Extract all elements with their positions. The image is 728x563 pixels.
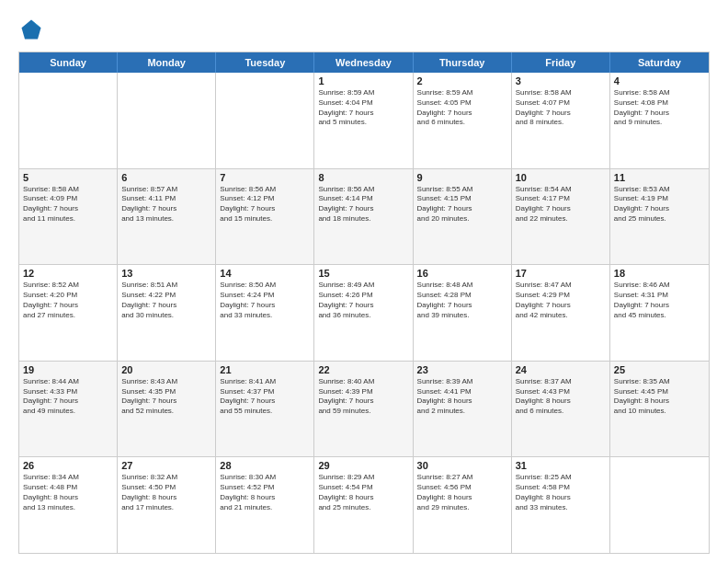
cell-day-number: 6 [121,172,211,183]
cell-day-number: 25 [614,364,705,375]
cell-info-text: Sunrise: 8:37 AM Sunset: 4:43 PM Dayligh… [516,377,606,417]
cal-cell-4-6: 24Sunrise: 8:37 AM Sunset: 4:43 PM Dayli… [512,362,610,457]
page-header [18,17,710,42]
calendar-body: 1Sunrise: 8:59 AM Sunset: 4:04 PM Daylig… [19,73,709,553]
cell-info-text: Sunrise: 8:58 AM Sunset: 4:08 PM Dayligh… [614,88,705,128]
cal-cell-1-4: 1Sunrise: 8:59 AM Sunset: 4:04 PM Daylig… [314,73,413,168]
cell-day-number: 20 [121,364,211,375]
calendar: SundayMondayTuesdayWednesdayThursdayFrid… [18,52,710,554]
logo-icon [18,17,44,42]
cal-week-5: 26Sunrise: 8:34 AM Sunset: 4:48 PM Dayli… [19,456,709,553]
cal-cell-5-1: 26Sunrise: 8:34 AM Sunset: 4:48 PM Dayli… [19,457,118,553]
cal-header-wednesday: Wednesday [314,52,413,73]
cell-info-text: Sunrise: 8:55 AM Sunset: 4:15 PM Dayligh… [417,185,507,224]
cell-day-number: 11 [614,172,705,183]
cell-info-text: Sunrise: 8:40 AM Sunset: 4:39 PM Dayligh… [318,377,408,417]
cell-info-text: Sunrise: 8:56 AM Sunset: 4:12 PM Dayligh… [220,185,310,224]
cal-cell-4-2: 20Sunrise: 8:43 AM Sunset: 4:35 PM Dayli… [118,362,216,457]
cell-info-text: Sunrise: 8:59 AM Sunset: 4:05 PM Dayligh… [417,88,507,128]
cell-info-text: Sunrise: 8:46 AM Sunset: 4:31 PM Dayligh… [614,281,705,320]
cal-cell-5-5: 30Sunrise: 8:27 AM Sunset: 4:56 PM Dayli… [414,457,512,553]
cell-day-number: 24 [516,364,606,375]
cell-info-text: Sunrise: 8:39 AM Sunset: 4:41 PM Dayligh… [417,377,507,417]
cell-info-text: Sunrise: 8:34 AM Sunset: 4:48 PM Dayligh… [23,473,113,512]
cal-cell-2-4: 8Sunrise: 8:56 AM Sunset: 4:14 PM Daylig… [314,169,413,265]
cal-week-3: 12Sunrise: 8:52 AM Sunset: 4:20 PM Dayli… [19,264,709,361]
cell-day-number: 2 [417,75,507,86]
cal-cell-4-4: 22Sunrise: 8:40 AM Sunset: 4:39 PM Dayli… [314,362,413,457]
cal-cell-3-6: 17Sunrise: 8:47 AM Sunset: 4:29 PM Dayli… [512,265,610,361]
cell-info-text: Sunrise: 8:57 AM Sunset: 4:11 PM Dayligh… [121,185,211,224]
cell-day-number: 30 [417,460,507,471]
cal-cell-3-7: 18Sunrise: 8:46 AM Sunset: 4:31 PM Dayli… [610,265,709,361]
cal-header-monday: Monday [118,52,216,73]
cal-cell-3-3: 14Sunrise: 8:50 AM Sunset: 4:24 PM Dayli… [216,265,314,361]
cal-cell-2-3: 7Sunrise: 8:56 AM Sunset: 4:12 PM Daylig… [216,169,314,265]
cell-day-number: 14 [220,268,310,279]
cell-info-text: Sunrise: 8:32 AM Sunset: 4:50 PM Dayligh… [121,473,211,512]
cell-day-number: 8 [318,172,408,183]
cell-day-number: 28 [220,460,310,471]
cal-week-2: 5Sunrise: 8:58 AM Sunset: 4:09 PM Daylig… [19,168,709,265]
svg-marker-0 [22,20,41,40]
cell-day-number: 1 [318,75,408,86]
cell-day-number: 5 [23,172,113,183]
cell-info-text: Sunrise: 8:35 AM Sunset: 4:45 PM Dayligh… [614,377,705,417]
cell-info-text: Sunrise: 8:50 AM Sunset: 4:24 PM Dayligh… [220,281,310,320]
cal-cell-1-1 [19,73,118,168]
cell-day-number: 16 [417,268,507,279]
cell-info-text: Sunrise: 8:25 AM Sunset: 4:58 PM Dayligh… [516,473,606,512]
cell-day-number: 18 [614,268,705,279]
cell-info-text: Sunrise: 8:30 AM Sunset: 4:52 PM Dayligh… [220,473,310,512]
cell-day-number: 22 [318,364,408,375]
cal-cell-3-4: 15Sunrise: 8:49 AM Sunset: 4:26 PM Dayli… [314,265,413,361]
cal-cell-4-5: 23Sunrise: 8:39 AM Sunset: 4:41 PM Dayli… [414,362,512,457]
cal-week-1: 1Sunrise: 8:59 AM Sunset: 4:04 PM Daylig… [19,73,709,168]
cal-cell-2-7: 11Sunrise: 8:53 AM Sunset: 4:19 PM Dayli… [610,169,709,265]
cell-day-number: 21 [220,364,310,375]
page: SundayMondayTuesdayWednesdayThursdayFrid… [0,0,728,563]
cell-info-text: Sunrise: 8:53 AM Sunset: 4:19 PM Dayligh… [614,185,705,224]
cal-cell-2-5: 9Sunrise: 8:55 AM Sunset: 4:15 PM Daylig… [414,169,512,265]
cal-cell-4-7: 25Sunrise: 8:35 AM Sunset: 4:45 PM Dayli… [610,362,709,457]
cal-cell-2-2: 6Sunrise: 8:57 AM Sunset: 4:11 PM Daylig… [118,169,216,265]
cal-cell-5-3: 28Sunrise: 8:30 AM Sunset: 4:52 PM Dayli… [216,457,314,553]
cell-info-text: Sunrise: 8:29 AM Sunset: 4:54 PM Dayligh… [318,473,408,512]
cell-day-number: 10 [516,172,606,183]
cell-day-number: 17 [516,268,606,279]
cell-info-text: Sunrise: 8:58 AM Sunset: 4:07 PM Dayligh… [516,88,606,128]
cal-cell-1-6: 3Sunrise: 8:58 AM Sunset: 4:07 PM Daylig… [512,73,610,168]
cell-info-text: Sunrise: 8:59 AM Sunset: 4:04 PM Dayligh… [318,88,408,128]
cal-header-tuesday: Tuesday [216,52,314,73]
cell-day-number: 31 [516,460,606,471]
cell-day-number: 26 [23,460,113,471]
cal-cell-4-1: 19Sunrise: 8:44 AM Sunset: 4:33 PM Dayli… [19,362,118,457]
cal-cell-5-6: 31Sunrise: 8:25 AM Sunset: 4:58 PM Dayli… [512,457,610,553]
cell-info-text: Sunrise: 8:43 AM Sunset: 4:35 PM Dayligh… [121,377,211,417]
cell-info-text: Sunrise: 8:56 AM Sunset: 4:14 PM Dayligh… [318,185,408,224]
logo [18,17,48,42]
cell-day-number: 27 [121,460,211,471]
cell-day-number: 3 [516,75,606,86]
cal-cell-3-5: 16Sunrise: 8:48 AM Sunset: 4:28 PM Dayli… [414,265,512,361]
cal-cell-5-4: 29Sunrise: 8:29 AM Sunset: 4:54 PM Dayli… [314,457,413,553]
cell-day-number: 9 [417,172,507,183]
cell-day-number: 4 [614,75,705,86]
cell-day-number: 13 [121,268,211,279]
cal-cell-1-3 [216,73,314,168]
cell-info-text: Sunrise: 8:52 AM Sunset: 4:20 PM Dayligh… [23,281,113,320]
cal-cell-2-1: 5Sunrise: 8:58 AM Sunset: 4:09 PM Daylig… [19,169,118,265]
cell-day-number: 15 [318,268,408,279]
cal-cell-2-6: 10Sunrise: 8:54 AM Sunset: 4:17 PM Dayli… [512,169,610,265]
cell-info-text: Sunrise: 8:51 AM Sunset: 4:22 PM Dayligh… [121,281,211,320]
cal-header-sunday: Sunday [19,52,118,73]
cell-info-text: Sunrise: 8:54 AM Sunset: 4:17 PM Dayligh… [516,185,606,224]
cell-info-text: Sunrise: 8:41 AM Sunset: 4:37 PM Dayligh… [220,377,310,417]
cell-info-text: Sunrise: 8:44 AM Sunset: 4:33 PM Dayligh… [23,377,113,417]
cell-info-text: Sunrise: 8:58 AM Sunset: 4:09 PM Dayligh… [23,185,113,224]
cal-cell-5-7 [610,457,709,553]
cell-info-text: Sunrise: 8:49 AM Sunset: 4:26 PM Dayligh… [318,281,408,320]
cell-info-text: Sunrise: 8:47 AM Sunset: 4:29 PM Dayligh… [516,281,606,320]
cal-cell-1-7: 4Sunrise: 8:58 AM Sunset: 4:08 PM Daylig… [610,73,709,168]
cal-header-thursday: Thursday [414,52,512,73]
